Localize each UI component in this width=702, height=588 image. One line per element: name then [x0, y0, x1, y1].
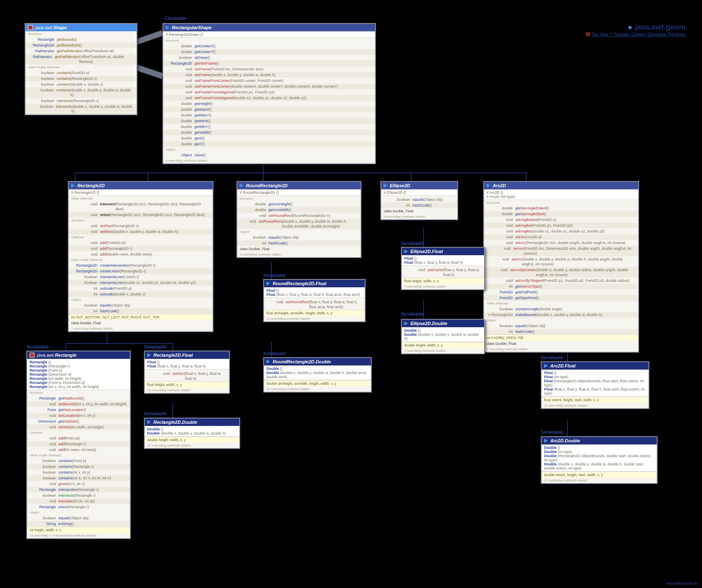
class-ellipse2d-float: Ellipse2D.Float Float ()Float (float x, … [401, 247, 485, 290]
serializable-label: Serializable [263, 273, 286, 278]
method-row: Objectclone () [163, 152, 375, 158]
serializable-label: Serializable [26, 345, 49, 349]
method-row: voidsetArcByTangent (Point2D p1, Point2D… [484, 278, 638, 284]
method-row: voidsetAngleStart (Point2D p) [484, 217, 638, 223]
tutorial-link[interactable]: 🞑 The Java™ Tutorials: Drawing Geometric… [586, 32, 686, 37]
class-arc2d-double: Arc2D.Double Double ()Double (int type)D… [541, 436, 658, 484]
method-row: voidgrow (int h, int v) [27, 481, 130, 487]
method-row: voidsetFrame (Point2D loc, Dimension2D s… [163, 66, 375, 72]
method-row: booleanisEmpty () [163, 55, 375, 60]
method-list: voidintersect (Rectangle2D src1, Rectang… [69, 201, 213, 218]
method-row: Rectangleintersection (Rectangle r) [27, 487, 130, 493]
class-roundrectangle2d-float: RoundRectangle2D.Float Float ()Float (fl… [263, 279, 366, 322]
class-rectangle2d: Rectangle2D # Rectangle2D () Static Meth… [68, 181, 213, 332]
method-row: doublegetX () [163, 135, 375, 141]
method-row: booleancontainsAngle (double angle) [484, 306, 638, 312]
method-row: inthashCode () [381, 202, 457, 208]
method-row: booleancontains (Rectangle r) [27, 464, 130, 469]
method-row: booleancontains (double x, double y) [25, 81, 137, 87]
method-row: voidsetFrameFromCenter (double centerX, … [163, 84, 375, 89]
method-row: voidsetRect (Rectangle2D r) [69, 223, 213, 229]
method-row: booleanequals (Object obj) [27, 515, 130, 521]
method-row: voidadd (double newx, double newy) [69, 251, 213, 257]
method-row: voidsetRoundRect (double x, double y, do… [237, 218, 361, 229]
method-row: inthashCode () [484, 329, 638, 335]
method-row: booleanintersects (Rectangle r) [27, 493, 130, 498]
method-row: booleanequals (Object obj) [484, 323, 638, 329]
method-row: booleancontains (Point p) [27, 458, 130, 464]
class-rectangle2d-double: Rectangle2D.Double Double ()Double (doub… [144, 418, 240, 449]
method-row: booleancontains (int X, int Y, int W, in… [27, 475, 130, 481]
class-ellipse2d: Ellipse2D # Ellipse2D () booleanequals (… [380, 181, 458, 220]
method-row: Point2DgetEndPoint () [484, 289, 638, 295]
method-row: voidsetRoundRect (float x, float y, floa… [264, 299, 365, 310]
method-row: voidsetFrameFromDiagonal (Point2D p1, Po… [163, 89, 375, 95]
serializable-label: Serializable [401, 312, 424, 316]
method-row: intoutcode (Point2D p) [69, 286, 213, 291]
method-row: Rectangleget/setBounds () [27, 395, 130, 401]
method-row: doublegetMaxY () [163, 112, 375, 118]
class-arc2d-float: Arc2D.Float Float ()Float (int type)Floa… [541, 361, 649, 409]
method-row: Point2DgetStartPoint () [484, 295, 638, 301]
method-row: doublegetY () [163, 141, 375, 147]
method-list: RectanglegetBounds ()Rectangle2DgetBound… [25, 37, 137, 65]
method-row: Rectangle2DcreateIntersection (Rectangle… [69, 263, 213, 268]
method-row: booleancontains (double x, double y, dou… [25, 87, 137, 98]
interface-cloneable: Cloneable [164, 16, 186, 21]
method-row: doublegetCenterY () [163, 49, 375, 55]
serializable-label: Serializable [541, 430, 563, 435]
method-row: RectanglegetBounds () [25, 37, 137, 42]
method-row: voidsetBounds (int x, int y, int width, … [27, 401, 130, 407]
method-row: voidsetRect (double x, double y, double … [69, 229, 213, 235]
method-row: booleanequals (Object obj) [381, 197, 457, 202]
method-row: inthashCode () [237, 240, 361, 246]
method-row: Pointget/setLocation () [27, 407, 130, 413]
class-rectangularshape: RectangularShape # RectangularShape () A… [162, 23, 376, 164]
method-row: Dimensionget/setSize () [27, 418, 130, 424]
method-row: doublegetCenterX () [163, 43, 375, 49]
method-row: voidsetFrame (double x, double y, double… [163, 72, 375, 78]
method-row: voidsetArcByCenter (double x, double y, … [484, 267, 638, 278]
serializable-label: Serializable [263, 351, 286, 356]
class-roundrectangle2d: RoundRectangle2D # RoundRectangle2D () A… [236, 181, 361, 258]
method-row: voidsetSize (int width, int height) [27, 424, 130, 430]
method-row: intget/setArcType () [484, 284, 638, 289]
constructor: # RectangularShape () [163, 31, 375, 38]
method-row: doublegetMaxX () [163, 107, 375, 112]
method-row: PathIteratorgetPathIterator (AffineTrans… [25, 48, 137, 54]
method-row: booleanequals (Object obj) [69, 302, 213, 308]
section-label: Accessor [25, 31, 137, 37]
method-row: doublegetWidth () [163, 130, 375, 135]
method-row: doublegetArcWidth () [237, 207, 361, 213]
class-ellipse2d-double: Ellipse2D.Double Double ()Double (double… [401, 319, 485, 354]
method-row: StringtoString () [27, 521, 130, 527]
method-row: Rectangle2DgetBounds2D () [25, 42, 137, 48]
serializable-label: Serializable [401, 241, 424, 246]
method-row: voidsetFrame (float x, float y, float w,… [402, 267, 484, 278]
class-rectangle: java.awt.Rectangle Rectangle ()Rectangle… [26, 351, 131, 539]
method-row: voidunion (Rectangle2D src1, Rectangle2D… [69, 212, 213, 218]
method-row: Rectangle2DcreateUnion (Rectangle2D r) [69, 268, 213, 274]
method-row: doublegetArcHeight () [237, 201, 361, 207]
serializable-label: Serializable [144, 411, 167, 416]
method-row: doublegetHeight () [163, 101, 375, 107]
method-row: booleanintersectsLine (Line2D l) [69, 274, 213, 280]
method-row: doubleget/setAngleExtent () [484, 205, 638, 211]
class-arc2d: Arc2D # Arc2D ()# Arc2D (int type) Acces… [483, 181, 639, 353]
method-row: voidadd (Rectangle r) [27, 441, 130, 447]
method-list: doublegetCenterX ()doublegetCenterY ()bo… [163, 43, 375, 147]
class-roundrectangle2d-double: RoundRectangle2D.Double Double ()Double … [263, 357, 372, 393]
method-row: voidsetRect (float x, float y, float w, … [145, 371, 229, 381]
method-row: doublegetMinY () [163, 124, 375, 130]
triangle-icon [629, 26, 632, 30]
method-row: # Rectangle2DmakeBounds (double x, doubl… [484, 312, 638, 318]
serializable-label: Serializable [541, 356, 563, 360]
method-row: booleanintersects (Rectangle2D r) [25, 98, 137, 104]
method-list: booleancontains (Point2D p)booleancontai… [25, 70, 137, 114]
method-row: voidtranslate (int dx, int dy) [27, 498, 130, 504]
method-row: inthashCode () [69, 308, 213, 314]
method-row: voidsetAngles (double x1, double y1, dou… [484, 228, 638, 234]
footer-link[interactable]: www.falkhausen.de [666, 581, 698, 586]
class-shape: java.awt.Shape Accessor RectanglegetBoun… [25, 23, 137, 115]
method-row: voidsetAngles (Point2D p1, Point2D p2) [484, 223, 638, 228]
